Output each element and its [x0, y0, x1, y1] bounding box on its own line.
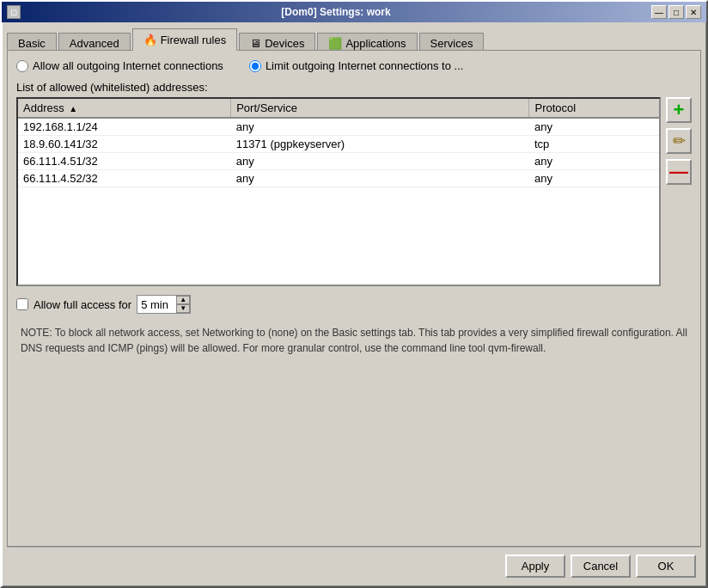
spinner-buttons: ▲ ▼	[176, 296, 190, 313]
tab-advanced-label: Advanced	[70, 37, 119, 50]
table-action-buttons: + ✏ —	[666, 97, 692, 286]
titlebar-left: ⊡	[7, 5, 21, 19]
sort-arrow-address: ▲	[69, 104, 77, 113]
cell-protocol: tcp	[529, 136, 659, 153]
cell-address: 66.111.4.52/32	[18, 170, 231, 187]
tab-firewall-label: Firewall rules	[161, 34, 227, 46]
edit-rule-button[interactable]: ✏	[666, 128, 692, 154]
radio-allow-all-label: Allow all outgoing Internet connections	[33, 59, 223, 72]
radio-limit[interactable]: Limit outgoing Internet connections to .…	[249, 59, 464, 72]
col-address[interactable]: Address ▲	[18, 99, 231, 118]
remove-rule-button[interactable]: —	[666, 159, 692, 185]
spinner-down-button[interactable]: ▼	[176, 304, 190, 313]
time-spinner: ▲ ▼	[137, 295, 191, 314]
cell-protocol: any	[529, 118, 659, 136]
settings-window: ⊡ [Dom0] Settings: work — □ ✕ Basic Adva…	[0, 0, 708, 588]
allow-full-row: Allow full access for ▲ ▼	[16, 295, 692, 314]
tab-firewall-icon: 🔥	[143, 34, 157, 46]
cell-protocol: any	[529, 170, 659, 187]
radio-allow-all-input[interactable]	[16, 60, 28, 72]
table-row[interactable]: 66.111.4.52/32 any any	[18, 170, 659, 187]
titlebar: ⊡ [Dom0] Settings: work — □ ✕	[2, 2, 706, 22]
dialog-buttons: Apply Cancel OK	[7, 547, 701, 581]
tab-devices-label: Devices	[265, 37, 304, 50]
col-protocol[interactable]: Protocol	[529, 99, 659, 118]
titlebar-buttons: — □ ✕	[651, 5, 701, 19]
radio-limit-label: Limit outgoing Internet connections to .…	[266, 59, 464, 72]
note-text: NOTE: To block all network access, set N…	[16, 321, 692, 360]
tab-applications-icon: 🟩	[328, 37, 342, 50]
cell-protocol: any	[529, 153, 659, 170]
minimize-button[interactable]: —	[651, 5, 667, 19]
bottom-section: Allow full access for ▲ ▼ NOTE: To block…	[16, 295, 692, 360]
radio-limit-input[interactable]	[249, 60, 261, 72]
tab-services-label: Services	[430, 37, 473, 50]
cell-address: 192.168.1.1/24	[18, 118, 231, 136]
tab-firewall[interactable]: 🔥 Firewall rules	[132, 28, 238, 51]
table-row[interactable]: 66.111.4.51/32 any any	[18, 153, 659, 170]
close-button[interactable]: ✕	[686, 5, 701, 19]
tab-applications-label: Applications	[345, 37, 406, 50]
restore-button[interactable]: □	[668, 5, 684, 19]
cell-port: 11371 (pgpkeyserver)	[231, 136, 529, 153]
cancel-button[interactable]: Cancel	[571, 554, 631, 578]
window-title: [Dom0] Settings: work	[21, 6, 651, 18]
cell-port: any	[231, 170, 529, 187]
spinner-up-button[interactable]: ▲	[176, 296, 190, 304]
connection-options: Allow all outgoing Internet connections …	[16, 59, 692, 72]
cell-port: any	[231, 153, 529, 170]
radio-allow-all[interactable]: Allow all outgoing Internet connections	[16, 59, 223, 72]
add-rule-button[interactable]: +	[666, 97, 692, 123]
allow-full-checkbox[interactable]	[16, 298, 28, 310]
tab-basic-label: Basic	[18, 37, 46, 50]
tab-bar: Basic Advanced 🔥 Firewall rules 🖥 Device…	[7, 28, 701, 50]
cell-port: any	[231, 118, 529, 136]
tab-devices-icon: 🖥	[250, 37, 261, 50]
ok-button[interactable]: OK	[636, 554, 696, 578]
list-header-label: List of allowed (whitelisted) addresses:	[16, 81, 692, 94]
cell-address: 66.111.4.51/32	[18, 153, 231, 170]
addresses-table: Address ▲ Port/Service Protocol	[18, 99, 659, 187]
firewall-panel: Allow all outgoing Internet connections …	[7, 50, 701, 547]
cell-address: 18.9.60.141/32	[18, 136, 231, 153]
addresses-table-container: Address ▲ Port/Service Protocol	[16, 97, 661, 286]
time-spinner-input[interactable]	[137, 297, 176, 313]
table-row[interactable]: 18.9.60.141/32 11371 (pgpkeyserver) tcp	[18, 136, 659, 153]
apply-button[interactable]: Apply	[505, 554, 565, 578]
window-content: Basic Advanced 🔥 Firewall rules 🖥 Device…	[2, 22, 706, 586]
table-row[interactable]: 192.168.1.1/24 any any	[18, 118, 659, 136]
window-icon: ⊡	[7, 5, 21, 19]
allow-full-label: Allow full access for	[34, 298, 131, 311]
col-port[interactable]: Port/Service	[231, 99, 529, 118]
list-area: Address ▲ Port/Service Protocol	[16, 97, 692, 286]
